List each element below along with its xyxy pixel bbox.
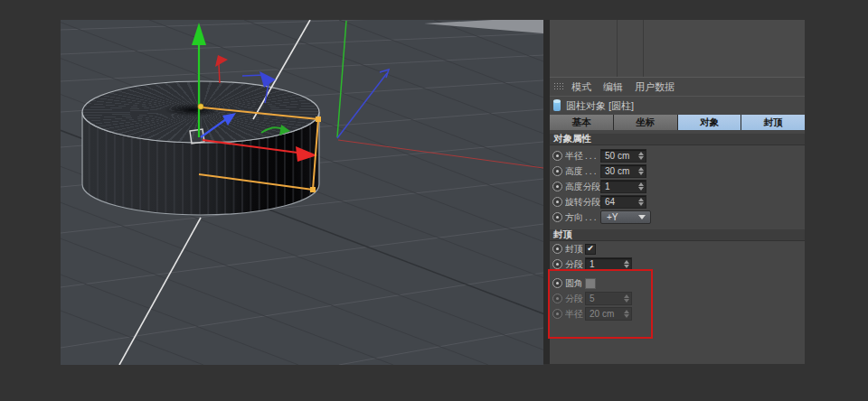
chevron-down-icon	[638, 215, 646, 219]
parameter-radio-icon[interactable]	[552, 259, 562, 269]
stepper-arrows-icon	[622, 310, 630, 318]
param-row-caps: 封顶 ✔	[550, 241, 805, 256]
height-handle-dot[interactable]	[310, 187, 316, 192]
cap-segments-input[interactable]: 1	[585, 257, 632, 271]
world-axis-x	[338, 140, 543, 168]
param-label: 半径	[565, 308, 584, 321]
panel-top-empty-area	[550, 20, 805, 78]
param-row-radius: 半径 . . . 50 cm	[550, 148, 805, 163]
gizmo-layer	[61, 20, 543, 365]
fillet-checkbox[interactable]	[585, 278, 596, 289]
param-label: 分段	[565, 258, 584, 271]
rotation-segments-input[interactable]: 64	[600, 195, 646, 209]
parameter-radio-icon[interactable]	[552, 151, 562, 161]
stepper-arrows-icon	[622, 294, 630, 303]
radius-handle-dot[interactable]	[316, 117, 321, 122]
stepper-arrows-icon[interactable]	[637, 152, 645, 160]
parameter-radio-icon[interactable]	[552, 182, 562, 191]
parameter-radio-icon[interactable]	[552, 197, 562, 207]
fillet-segments-input: 5	[585, 292, 632, 305]
stepper-arrows-icon[interactable]	[637, 167, 645, 175]
param-label: 半径 . . .	[565, 150, 600, 163]
param-row-fillet-radius: 半径 20 cm	[550, 306, 805, 322]
gizmo-z-axis-arrow[interactable]	[201, 119, 226, 137]
param-label: 方向 . . .	[565, 211, 600, 224]
parameter-radio-icon	[552, 309, 562, 319]
orientation-dropdown[interactable]: +Y	[600, 210, 651, 224]
stepper-arrows-icon[interactable]	[637, 198, 645, 206]
stepper-arrows-icon[interactable]	[637, 182, 645, 191]
param-row-fillet-segments: 分段 5	[550, 291, 805, 306]
section-header-caps[interactable]: 封顶	[550, 229, 805, 241]
menu-item-mode[interactable]: 模式	[570, 80, 593, 94]
fillet-radius-input: 20 cm	[585, 307, 632, 321]
cylinder-icon	[553, 100, 561, 111]
param-row-rotation-segments: 旋转分段 64	[550, 194, 805, 210]
gizmo-x-axis-arrow[interactable]	[203, 140, 297, 153]
move-gizmo	[190, 23, 317, 162]
parameter-radio-icon[interactable]	[552, 278, 562, 288]
height-input[interactable]: 30 cm	[600, 164, 646, 178]
caps-rows: 封顶 ✔ 分段 1 圆角 分段 5	[550, 241, 805, 322]
param-label: 高度分段	[565, 181, 600, 193]
param-row-orientation: 方向 . . . +Y	[550, 210, 805, 225]
parameter-radio-icon[interactable]	[552, 212, 562, 222]
param-row-fillet: 圆角	[550, 275, 805, 291]
world-axis-z	[337, 73, 387, 138]
radius-input[interactable]: 50 cm	[600, 149, 646, 163]
menu-item-userdata[interactable]: 用户数据	[633, 80, 676, 94]
caps-checkbox[interactable]: ✔	[585, 244, 596, 255]
panel-divider	[643, 20, 644, 77]
object-properties-rows: 半径 . . . 50 cm 高度 . . . 30 cm 高度分段 1	[550, 145, 805, 225]
stepper-arrows-icon[interactable]	[622, 260, 630, 268]
param-label: 圆角	[565, 277, 584, 290]
object-header-row[interactable]: 圆柱对象 [圆柱]	[550, 97, 805, 115]
attribute-manager: 模式 编辑 用户数据 圆柱对象 [圆柱] 基本 坐标 对象 封顶 对象属性 半径…	[550, 20, 805, 364]
rotation-hints	[215, 55, 290, 135]
object-title: 圆柱对象 [圆柱]	[566, 99, 634, 113]
parameter-radio-icon[interactable]	[552, 166, 562, 176]
param-row-height-segments: 高度分段 1	[550, 179, 805, 194]
tab-object[interactable]: 对象	[678, 115, 741, 130]
viewport-3d[interactable]	[61, 20, 543, 365]
param-label: 分段	[565, 293, 584, 305]
param-row-height: 高度 . . . 30 cm	[550, 163, 805, 179]
param-label: 封顶	[565, 243, 584, 256]
section-header-object-properties[interactable]: 对象属性	[550, 134, 805, 145]
attribute-menu-bar: 模式 编辑 用户数据	[550, 78, 805, 97]
app-window: 模式 编辑 用户数据 圆柱对象 [圆柱] 基本 坐标 对象 封顶 对象属性 半径…	[0, 0, 868, 401]
attribute-tabs: 基本 坐标 对象 封顶	[550, 115, 805, 130]
world-axis	[337, 21, 543, 168]
menu-item-edit[interactable]: 编辑	[601, 80, 625, 94]
tab-coordinates[interactable]: 坐标	[614, 115, 677, 130]
parameter-radio-icon	[552, 294, 562, 303]
rotation-hint-x	[219, 64, 220, 83]
world-axis-y	[337, 21, 346, 137]
tab-caps[interactable]: 封顶	[741, 115, 805, 130]
panel-divider	[617, 20, 618, 77]
param-label: 高度 . . .	[565, 165, 600, 178]
parameter-radio-icon[interactable]	[552, 244, 562, 254]
height-segments-input[interactable]: 1	[600, 180, 646, 193]
white-guide-line	[119, 20, 310, 365]
top-center-handle-dot[interactable]	[198, 104, 203, 109]
param-label: 旋转分段	[565, 196, 600, 209]
param-row-cap-segments: 分段 1	[550, 256, 805, 272]
grip-icon[interactable]	[553, 82, 563, 91]
tab-basic[interactable]: 基本	[550, 115, 613, 130]
rotation-hint-y	[261, 127, 283, 133]
